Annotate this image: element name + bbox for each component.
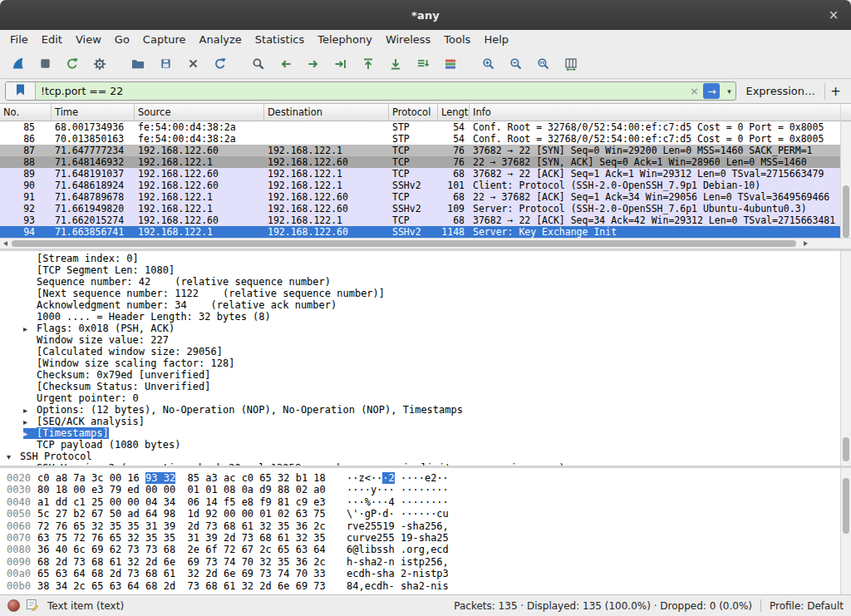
packet-row-91[interactable]: 9171.648789678192.168.122.1192.168.122.6… — [0, 191, 840, 203]
details-vscrollbar[interactable] — [840, 251, 851, 466]
detail-line[interactable]: [TCP Segment Len: 1080] — [0, 264, 840, 276]
packet-row-86[interactable]: 8670.013850163fe:54:00:d4:38:2aSTP54Conf… — [0, 133, 840, 145]
column-header-time[interactable]: Time — [52, 104, 135, 121]
hex-bytes[interactable]: 72 76 65 32 35 35 31 39 2d 73 68 61 32 3… — [37, 520, 347, 532]
zoom-original-button[interactable] — [531, 52, 556, 76]
detail-line[interactable]: Acknowledgment number: 34 (relative ack … — [0, 299, 840, 311]
detail-line[interactable]: [Stream index: 0] — [0, 253, 840, 264]
status-profile[interactable]: Profile: Default — [770, 600, 844, 612]
hex-bytes[interactable]: 65 63 64 68 2d 73 68 61 32 2d 6e 69 73 7… — [37, 568, 347, 579]
detail-line[interactable]: 1000 .... = Header Length: 32 bytes (8) — [0, 311, 840, 323]
hex-row-0020[interactable]: 0020c0 a8 7a 3c 00 16 93 32 85 a3 ac c0 … — [0, 472, 840, 484]
detail-line[interactable]: ▾SSH Protocol — [0, 451, 840, 462]
column-header-destination[interactable]: Destination — [264, 104, 389, 121]
capture-options-button[interactable] — [87, 52, 112, 76]
packet-row-92[interactable]: 9271.661949820192.168.122.1192.168.122.6… — [0, 203, 840, 214]
scrollbar-thumb[interactable] — [12, 240, 796, 247]
detail-line[interactable]: Window size value: 227 — [0, 334, 840, 346]
detail-line[interactable]: [Calculated window size: 29056] — [0, 346, 840, 357]
go-forward-button[interactable] — [301, 52, 326, 76]
ascii-bytes[interactable]: curve255 19-sha25 — [347, 532, 449, 544]
hex-bytes[interactable]: a1 dd c1 25 00 00 04 34 06 14 f5 e8 f9 8… — [37, 496, 347, 508]
ascii-bytes[interactable]: ····y··· ········ — [347, 484, 449, 495]
find-packet-button[interactable] — [246, 52, 271, 76]
hex-row-0030[interactable]: 003080 18 00 e3 79 ed 00 00 01 01 08 0a … — [0, 484, 840, 495]
menu-capture[interactable]: Capture — [136, 32, 193, 47]
scrollbar-track[interactable] — [841, 121, 851, 238]
colorize-button[interactable] — [438, 52, 463, 76]
packet-list-hscrollbar[interactable] — [0, 238, 851, 249]
reload-button[interactable] — [208, 52, 233, 76]
packet-row-94[interactable]: 9471.663856741192.168.122.1192.168.122.6… — [0, 226, 840, 238]
menu-tools[interactable]: Tools — [437, 32, 477, 47]
hex-bytes[interactable]: 5c 27 b2 67 50 ad 64 98 1d 92 00 00 01 0… — [37, 508, 347, 520]
detail-line[interactable]: Checksum: 0x79ed [unverified] — [0, 369, 840, 381]
detail-line[interactable]: TCP payload (1080 bytes) — [0, 439, 840, 451]
hex-bytes[interactable]: c0 a8 7a 3c 00 16 93 32 85 a3 ac c0 65 3… — [37, 472, 347, 484]
collapsed-arrow-icon[interactable]: ▸ — [23, 323, 37, 334]
menu-file[interactable]: File — [3, 32, 35, 47]
file-save-button[interactable] — [153, 52, 178, 76]
column-header-no[interactable]: No. — [0, 104, 52, 121]
menu-statistics[interactable]: Statistics — [248, 32, 311, 47]
go-to-packet-button[interactable] — [328, 52, 353, 76]
scroll-right-arrow-icon[interactable] — [799, 239, 811, 249]
filter-bookmark-button[interactable] — [6, 82, 36, 100]
collapsed-arrow-icon[interactable]: ▸ — [23, 428, 37, 439]
menu-edit[interactable]: Edit — [35, 32, 69, 47]
detail-line[interactable]: [Checksum Status: Unverified] — [0, 381, 840, 392]
hex-row-0090[interactable]: 009068 2d 73 68 61 32 2d 6e 69 73 74 70 … — [0, 556, 840, 568]
column-header-source[interactable]: Source — [135, 104, 264, 121]
display-filter-field[interactable]: !tcp.port == 22 × → ▾ — [5, 81, 736, 101]
hex-row-0040[interactable]: 0040a1 dd c1 25 00 00 04 34 06 14 f5 e8 … — [0, 496, 840, 508]
hex-row-00a0[interactable]: 00a065 63 64 68 2d 73 68 61 32 2d 6e 69 … — [0, 568, 840, 579]
column-header-length[interactable]: Length — [438, 104, 470, 121]
zoom-out-button[interactable] — [504, 52, 529, 76]
scrollbar-thumb[interactable] — [843, 185, 849, 238]
display-filter-input[interactable]: !tcp.port == 22 — [36, 82, 686, 100]
ascii-bytes[interactable]: \'·gP·d· ······cu — [347, 508, 449, 520]
ascii-bytes[interactable]: 6@libssh .org,ecd — [347, 544, 449, 555]
go-back-button[interactable] — [273, 52, 298, 76]
add-filter-button[interactable]: + — [824, 83, 846, 100]
ascii-bytes[interactable]: rve25519 -sha256, — [347, 520, 449, 532]
window-close-button[interactable]: × — [824, 5, 844, 25]
packet-row-89[interactable]: 8971.648191037192.168.122.60192.168.122.… — [0, 168, 840, 180]
menu-go[interactable]: Go — [108, 32, 136, 47]
packet-row-88[interactable]: 8871.648146932192.168.122.1192.168.122.6… — [0, 156, 840, 168]
capture-start-button[interactable] — [5, 52, 30, 76]
expression-button[interactable]: Expression… — [736, 85, 824, 97]
ascii-bytes[interactable]: ···%···4 ········ — [347, 496, 449, 508]
hex-bytes[interactable]: 80 18 00 e3 79 ed 00 00 01 01 08 0a d9 8… — [37, 484, 347, 495]
hex-row-0080[interactable]: 008036 40 6c 69 62 73 73 68 2e 6f 72 67 … — [0, 544, 840, 555]
ascii-bytes[interactable]: h-sha2-n istp256, — [347, 556, 449, 568]
scroll-left-arrow-icon[interactable] — [0, 239, 12, 249]
filter-clear-button[interactable]: × — [686, 82, 702, 100]
menu-view[interactable]: View — [69, 32, 108, 47]
capture-stop-button[interactable] — [32, 52, 57, 76]
ascii-bytes[interactable]: 84,ecdh- sha2-nis — [347, 580, 449, 592]
hex-bytes[interactable]: 63 75 72 76 65 32 35 35 31 39 2d 73 68 6… — [37, 532, 347, 544]
packet-row-93[interactable]: 9371.662015274192.168.122.60192.168.122.… — [0, 214, 840, 226]
hex-bytes[interactable]: 36 40 6c 69 62 73 73 68 2e 6f 72 67 2c 6… — [37, 544, 347, 555]
packet-row-87[interactable]: 8771.647777234192.168.122.60192.168.122.… — [0, 145, 840, 156]
hex-bytes[interactable]: 68 2d 73 68 61 32 2d 6e 69 73 74 70 32 3… — [37, 556, 347, 568]
hex-row-0070[interactable]: 007063 75 72 76 65 32 35 35 31 39 2d 73 … — [0, 532, 840, 544]
file-open-button[interactable] — [125, 52, 150, 76]
file-close-button[interactable] — [180, 52, 205, 76]
packet-list-vscrollbar[interactable] — [840, 104, 851, 238]
detail-line[interactable]: [Window size scaling factor: 128] — [0, 357, 840, 369]
collapsed-arrow-icon[interactable]: ▸ — [23, 405, 37, 416]
auto-scroll-button[interactable] — [411, 52, 435, 76]
packet-row-90[interactable]: 9071.648618924192.168.122.60192.168.122.… — [0, 180, 840, 191]
menu-wireless[interactable]: Wireless — [379, 32, 437, 47]
detail-line[interactable]: ▸[SEQ/ACK analysis] — [0, 416, 840, 427]
menu-telephony[interactable]: Telephony — [311, 32, 379, 47]
menu-help[interactable]: Help — [477, 32, 515, 47]
column-header-protocol[interactable]: Protocol — [389, 104, 438, 121]
packet-row-85[interactable]: 8568.001734936fe:54:00:d4:38:2aSTP54Conf… — [0, 121, 840, 133]
ascii-bytes[interactable]: ecdh-sha 2-nistp3 — [347, 568, 449, 579]
go-bottom-button[interactable] — [383, 52, 408, 76]
zoom-in-button[interactable] — [476, 52, 501, 76]
detail-line[interactable]: ▸Flags: 0x018 (PSH, ACK) — [0, 323, 840, 334]
